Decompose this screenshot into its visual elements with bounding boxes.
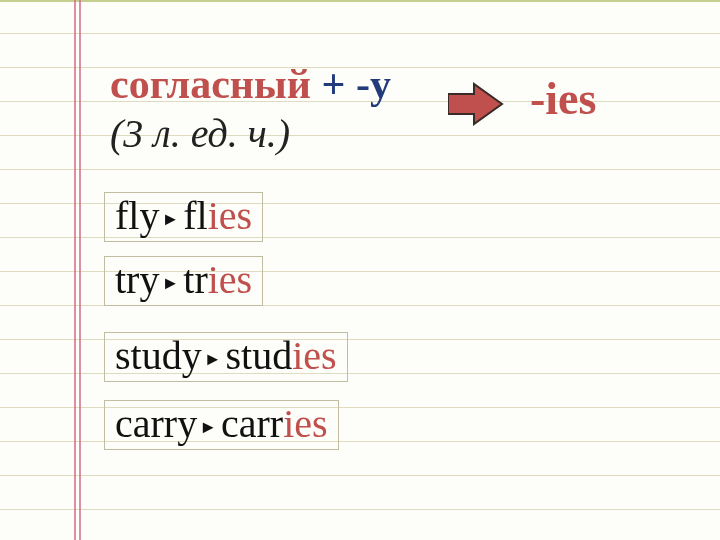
- example-base: fly: [115, 193, 159, 238]
- example-base: carry: [115, 401, 197, 446]
- example-result-suffix: ies: [283, 401, 327, 446]
- arrow-right-icon: [448, 82, 504, 126]
- triangle-right-icon: ►: [159, 274, 183, 293]
- example-result-stem: carr: [221, 401, 283, 446]
- example-result-suffix: ies: [208, 257, 252, 302]
- heading-plus: +: [311, 61, 356, 107]
- example-result-stem: stud: [226, 333, 293, 378]
- example-result-suffix: ies: [292, 333, 336, 378]
- example-base: study: [115, 333, 202, 378]
- example-row: carry ► carries: [104, 400, 339, 450]
- triangle-right-icon: ►: [159, 210, 183, 229]
- content: согласный + -y (3 л. ед. ч.) -ies fly►fl…: [0, 0, 720, 540]
- heading-suffix-y: -y: [356, 61, 391, 107]
- triangle-right-icon: ►: [202, 350, 226, 369]
- example-result-stem: fl: [183, 193, 207, 238]
- example-row: try ► tries: [104, 256, 263, 306]
- svg-marker-0: [448, 84, 502, 124]
- triangle-right-icon: ►: [197, 418, 221, 437]
- rule-heading: согласный + -y: [110, 62, 391, 106]
- heading-consonant: согласный: [110, 61, 311, 107]
- page: согласный + -y (3 л. ед. ч.) -ies fly►fl…: [0, 0, 720, 540]
- heading-subtitle: (3 л. ед. ч.): [110, 110, 290, 157]
- example-base: try: [115, 257, 159, 302]
- result-suffix: -ies: [530, 72, 596, 125]
- example-result-suffix: ies: [208, 193, 252, 238]
- example-row: fly►flies: [104, 192, 263, 242]
- example-result-stem: tr: [183, 257, 207, 302]
- example-row: study ► studies: [104, 332, 348, 382]
